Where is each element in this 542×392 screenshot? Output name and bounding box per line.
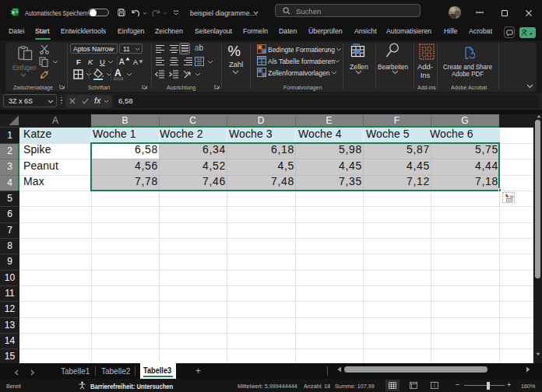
svg-text:X: X [12, 10, 15, 15]
